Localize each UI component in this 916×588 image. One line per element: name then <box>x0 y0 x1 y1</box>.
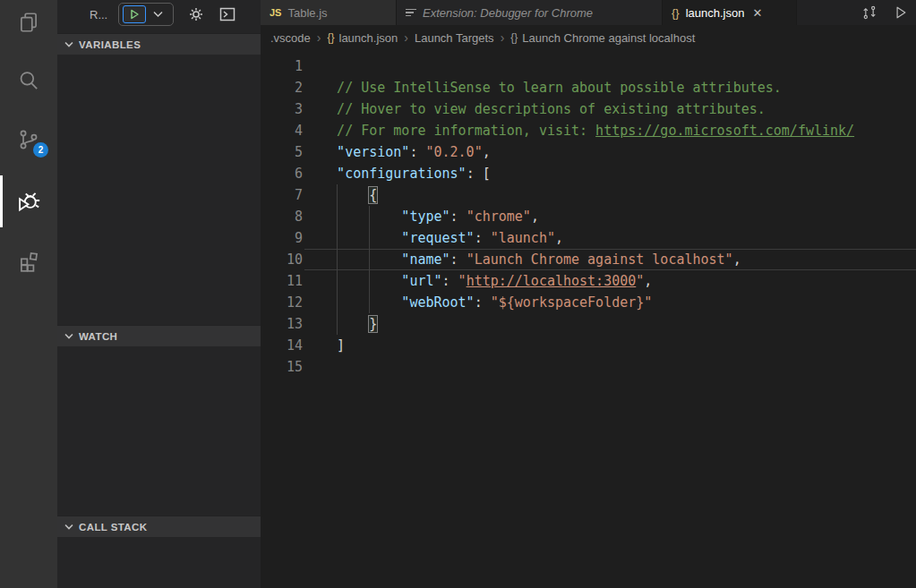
breadcrumb-label: Launch Chrome against localhost <box>522 31 695 45</box>
line-number-gutter: 123456789101112131415 <box>261 55 303 378</box>
breadcrumb-separator: › <box>317 30 321 45</box>
code-editor: 123456789101112131415 // Use IntelliSens… <box>261 50 916 588</box>
breadcrumb-separator: › <box>501 30 505 45</box>
search-icon[interactable] <box>7 59 50 102</box>
braces-icon: {} <box>327 31 334 44</box>
code-line-5[interactable]: "version": "0.2.0", <box>304 141 916 163</box>
tab-label: Table.js <box>287 6 327 20</box>
start-debugging-button[interactable] <box>123 5 146 23</box>
line-number: 5 <box>261 141 303 163</box>
breadcrumb-separator: › <box>404 30 408 45</box>
js-icon: JS <box>270 7 281 18</box>
line-number: 6 <box>261 163 303 184</box>
extensions-icon[interactable] <box>7 240 50 283</box>
activity-bar: 2 <box>0 0 57 588</box>
source-control-icon[interactable]: 2 <box>7 118 50 161</box>
tab-bar: JSTable.jsExtension: Debugger for Chrome… <box>261 0 916 25</box>
code-line-13[interactable]: } <box>304 313 916 335</box>
run-and-debug-icon[interactable] <box>7 179 50 222</box>
code-line-11[interactable]: "url": "http://localhost:3000", <box>304 270 916 292</box>
debug-toolbar: R... <box>57 0 261 29</box>
breadcrumb-item[interactable]: Launch Targets <box>415 31 494 45</box>
breadcrumb-item[interactable]: .vscode <box>270 31 311 45</box>
code-line-3[interactable]: // Hover to view descriptions of existin… <box>304 98 916 120</box>
line-number: 13 <box>261 313 303 335</box>
debug-console-icon[interactable] <box>216 3 239 26</box>
code-line-6[interactable]: "configurations": [ <box>304 163 916 184</box>
chevron-down-icon[interactable] <box>146 3 169 26</box>
breadcrumb-label: launch.json <box>339 31 398 45</box>
chevron-down-icon <box>64 41 73 47</box>
line-number: 3 <box>261 98 303 120</box>
explorer-icon[interactable] <box>7 1 50 44</box>
breadcrumb-label: Launch Targets <box>415 31 494 45</box>
line-number: 14 <box>261 335 303 356</box>
code-line-12[interactable]: "webRoot": "${workspaceFolder}" <box>304 292 916 313</box>
start-debug-group <box>118 3 174 26</box>
editor-actions <box>860 0 909 25</box>
code-line-4[interactable]: // For more information, visit: https://… <box>304 120 916 141</box>
preview-icon <box>406 9 416 17</box>
close-icon[interactable]: ✕ <box>752 6 762 20</box>
tab-table-js[interactable]: JSTable.js <box>261 0 397 25</box>
breadcrumb-item[interactable]: {}Launch Chrome against localhost <box>510 31 695 45</box>
chevron-down-icon <box>64 524 73 530</box>
editor-group: JSTable.jsExtension: Debugger for Chrome… <box>261 0 916 588</box>
watch-section-header[interactable]: WATCH <box>57 325 261 346</box>
tab-extension-debugger-for-chrome[interactable]: Extension: Debugger for Chrome <box>397 0 663 25</box>
braces-icon: {} <box>672 6 680 20</box>
line-number: 15 <box>261 356 303 378</box>
active-view-indicator <box>0 175 3 227</box>
code-line-15[interactable] <box>304 356 916 378</box>
line-number: 12 <box>261 292 303 313</box>
breadcrumb-item[interactable]: {}launch.json <box>327 31 398 45</box>
code-line-1[interactable] <box>304 55 916 77</box>
line-number: 9 <box>261 227 303 249</box>
line-number: 8 <box>261 206 303 227</box>
code-lines: // Use IntelliSense to learn about possi… <box>304 55 916 378</box>
line-number: 10 <box>261 249 303 270</box>
code-line-2[interactable]: // Use IntelliSense to learn about possi… <box>304 77 916 98</box>
section-label: CALL STACK <box>79 522 147 533</box>
debug-sidebar: R... <box>57 0 261 588</box>
tab-launch-json[interactable]: {}launch.json✕ <box>663 0 797 25</box>
gear-icon[interactable] <box>184 3 208 26</box>
line-number: 11 <box>261 270 303 292</box>
line-number: 1 <box>261 55 303 77</box>
code-line-7[interactable]: { <box>304 184 916 206</box>
breadcrumb: .vscode›{}launch.json›Launch Targets›{}L… <box>261 25 916 50</box>
code-line-9[interactable]: "request": "launch", <box>304 227 916 249</box>
section-label: WATCH <box>79 331 117 342</box>
chevron-down-icon <box>64 333 73 339</box>
code-line-10[interactable]: "name": "Launch Chrome against localhost… <box>304 249 916 270</box>
section-label: VARIABLES <box>79 39 141 50</box>
braces-icon: {} <box>510 31 518 44</box>
launch-config-label[interactable]: R... <box>90 8 107 21</box>
breadcrumb-label: .vscode <box>270 31 311 45</box>
code-line-8[interactable]: "type": "chrome", <box>304 206 916 227</box>
source-control-badge: 2 <box>33 142 48 158</box>
open-changes-icon[interactable] <box>860 4 878 21</box>
line-number: 4 <box>261 120 303 141</box>
code-line-14[interactable]: ] <box>304 335 916 356</box>
call-stack-section-header[interactable]: CALL STACK <box>57 516 261 537</box>
tab-label: Extension: Debugger for Chrome <box>423 6 593 20</box>
line-number: 2 <box>261 77 303 98</box>
variables-section-header[interactable]: VARIABLES <box>57 33 261 55</box>
run-icon[interactable] <box>891 4 909 21</box>
tab-label: launch.json <box>686 6 745 20</box>
line-number: 7 <box>261 184 303 206</box>
